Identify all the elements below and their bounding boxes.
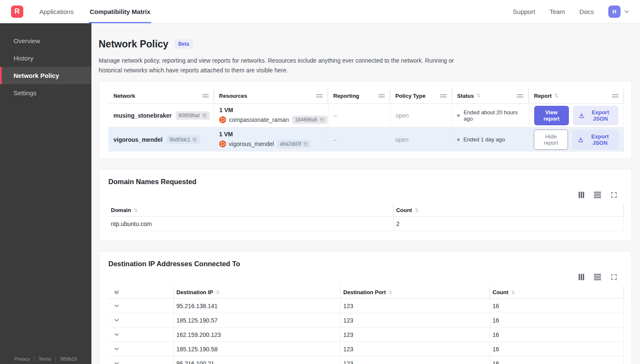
column-drag-handle-icon[interactable]	[202, 94, 209, 97]
policy-type-value: open	[396, 112, 409, 119]
card-toolbar	[108, 274, 617, 280]
expand-row-icon[interactable]	[113, 346, 120, 352]
sidebar-item-history[interactable]: History	[0, 50, 91, 67]
policy-type-cell: open	[390, 128, 452, 151]
destination-ip-cell: 95.216.138.141	[174, 299, 341, 313]
status-dot-icon	[457, 114, 460, 117]
column-header-status[interactable]: Status ⇅	[452, 88, 529, 103]
column-header-count[interactable]: Count ⇅	[394, 204, 624, 216]
reporting-cell: –	[328, 104, 391, 127]
column-header-destination-port[interactable]: Destination Port ⇅	[341, 286, 490, 298]
expand-row-icon[interactable]	[113, 360, 120, 364]
tab-compatibility-matrix[interactable]: Compatibility Matrix	[89, 0, 151, 23]
user-menu[interactable]: H	[608, 6, 630, 18]
count-cell: 16	[490, 356, 624, 364]
column-drag-handle-icon[interactable]	[440, 94, 447, 97]
avatar[interactable]: H	[608, 6, 621, 18]
copy-icon[interactable]	[192, 137, 197, 142]
column-drag-handle-icon[interactable]	[517, 94, 523, 97]
hide-report-button[interactable]: Hide report	[534, 130, 568, 150]
columns-icon[interactable]	[579, 192, 584, 198]
copy-icon[interactable]	[320, 117, 325, 122]
network-id: 5bdf3dc1	[169, 137, 190, 143]
nav-link-docs[interactable]: Docs	[579, 8, 594, 15]
column-label: Count	[396, 207, 412, 213]
row-density-icon[interactable]	[594, 274, 601, 280]
card-title: Domain Names Requested	[108, 178, 624, 186]
row-density-icon[interactable]	[594, 192, 601, 198]
count-value: 16	[493, 360, 499, 364]
sidebar-item-network-policy[interactable]: Network Policy	[0, 67, 91, 84]
nav-link-support[interactable]: Support	[513, 8, 535, 15]
vm-id: aba2dd3f	[280, 141, 301, 147]
policy-type-cell: open	[391, 104, 452, 127]
privacy-link[interactable]: Privacy	[10, 356, 34, 361]
destination-row: 95.216.100.21 123 16	[108, 356, 624, 364]
column-header-policy-type: Policy Type	[390, 88, 452, 103]
vm-id: 184696a5	[295, 117, 317, 123]
nav-link-team[interactable]: Team	[549, 8, 565, 15]
destinations-card: Destination IP Addresses Connected To	[99, 251, 632, 364]
column-header-destination-ip[interactable]: Destination IP ⇅	[174, 286, 341, 298]
card-title: Destination IP Addresses Connected To	[108, 260, 624, 268]
domain-row: ntp.ubuntu.com 2	[108, 217, 624, 231]
destination-row: 185.125.190.57 123 16	[108, 313, 624, 328]
port-value: 123	[343, 317, 353, 324]
column-label: Domain	[111, 207, 131, 213]
expander-cell	[108, 313, 174, 327]
expand-row-icon[interactable]	[113, 331, 120, 338]
sort-icon[interactable]: ⇅	[476, 93, 480, 99]
copy-icon[interactable]	[202, 113, 207, 118]
column-drag-handle-icon[interactable]	[316, 94, 323, 97]
column-label: Network	[113, 93, 135, 99]
port-value: 123	[343, 303, 353, 309]
terms-link[interactable]: Terms	[34, 356, 55, 361]
expand-row-icon[interactable]	[113, 303, 120, 309]
column-drag-handle-icon[interactable]	[612, 94, 618, 97]
download-icon	[579, 113, 585, 119]
tab-applications[interactable]: Applications	[39, 0, 74, 23]
sort-icon[interactable]: ⇅	[215, 290, 220, 295]
destination-ip-cell: 185.125.190.57	[174, 313, 341, 327]
sort-icon[interactable]: ⇅	[134, 207, 138, 213]
expand-fullscreen-icon[interactable]	[611, 192, 617, 198]
sort-icon[interactable]: ⇅	[554, 93, 558, 99]
export-json-button[interactable]: Export JSON	[573, 106, 618, 125]
expander-cell	[108, 342, 174, 356]
ubuntu-icon	[219, 141, 226, 147]
column-header-report[interactable]: Report ⇅	[529, 88, 624, 103]
expand-fullscreen-icon[interactable]	[611, 274, 617, 280]
destination-row: 185.125.190.58 123 16	[108, 342, 624, 356]
top-navigation: R Applications Compatibility Matrix Supp…	[0, 0, 640, 23]
copy-icon[interactable]	[303, 141, 308, 146]
export-json-label: Export JSON	[587, 133, 613, 146]
view-report-button[interactable]: View report	[534, 106, 569, 125]
sort-icon[interactable]: ⇅	[414, 207, 419, 213]
app-logo-letter: R	[14, 7, 19, 16]
columns-icon[interactable]	[579, 274, 584, 280]
column-label: Policy Type	[395, 93, 425, 99]
expand-all-icon[interactable]	[113, 289, 120, 295]
column-drag-handle-icon[interactable]	[378, 94, 385, 97]
export-json-button[interactable]: Export JSON	[572, 130, 618, 149]
destination-port-cell: 123	[341, 328, 490, 342]
resources-cell: 1 VM compassionate_raman 184696a5	[214, 104, 328, 127]
count-value: 2	[396, 221, 400, 227]
sort-icon[interactable]: ⇅	[511, 290, 515, 295]
ip-value: 185.125.190.58	[177, 346, 218, 353]
sidebar-item-overview[interactable]: Overview	[0, 32, 91, 50]
app-logo[interactable]: R	[11, 6, 23, 18]
sort-icon[interactable]: ⇅	[389, 290, 393, 295]
status-cell: Ended about 20 hours ago	[452, 104, 529, 127]
expand-row-icon[interactable]	[113, 317, 120, 323]
count-cell: 16	[490, 342, 624, 356]
column-header-count[interactable]: Count ⇅	[490, 286, 624, 298]
chevron-down-icon[interactable]	[623, 8, 630, 15]
reporting-value: –	[333, 136, 337, 143]
count-value: 16	[493, 317, 499, 324]
sidebar-item-settings[interactable]: Settings	[0, 84, 91, 102]
reporting-cell: –	[328, 128, 390, 151]
page-description: Manage network policy, reporting and vie…	[99, 56, 472, 75]
expander-cell	[108, 299, 174, 313]
column-header-domain[interactable]: Domain ⇅	[108, 204, 394, 216]
